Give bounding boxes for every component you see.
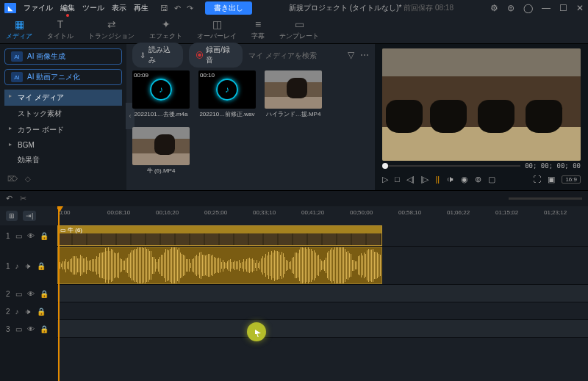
zoom-slider[interactable] [509,197,582,200]
tag-icon[interactable]: ⌦ [7,175,18,183]
media-thumb[interactable]: 00:56 牛 (6).MP4 [132,127,190,175]
lock-icon[interactable]: 🔒 [40,325,49,333]
video-track-3[interactable] [57,320,588,338]
playhead[interactable] [58,206,60,381]
sidebar-item-stock[interactable]: ストック素材 [4,106,122,122]
redo-icon[interactable]: ↷ [187,4,193,13]
mute-icon[interactable]: 🕩 [24,262,32,270]
video-track-2[interactable] [57,285,588,302]
ai-anime-button[interactable]: AIAI 動画アニメ化 [4,69,122,85]
media-panel: ‹ ⇩読み込み 録画/録音 ▽ ⋯ 00:09♪ 2022101…去後.m4a … [126,44,375,190]
scrub-bar[interactable] [382,165,520,167]
filter-icon[interactable]: ▽ [348,50,354,60]
volume-icon[interactable]: 🕩 [446,175,454,184]
fit-icon[interactable]: ⛶ [533,175,541,184]
time-ruler[interactable]: 0;0000;08;1000;16;2000;25;0000;33;1000;4… [57,206,588,225]
menu-file[interactable]: ファイル [24,3,53,13]
timeline-tracks[interactable]: 0;0000;08;1000;16;2000;25;0000;33;1000;4… [57,206,588,381]
compare-icon[interactable]: ▢ [488,175,495,184]
notify-icon[interactable]: ⊜ [507,3,514,13]
sidebar-item-mymedia[interactable]: マイ メディア [4,90,122,106]
timeline-toolbar: ↶ ✂ [0,190,588,206]
record-button[interactable]: 録画/録音 [189,43,243,68]
media-thumb[interactable]: 00:33 ハイランド…援.MP4 [265,70,322,118]
tool-tabs: ▦メディア Tタイトル ⇄トランジション ✦エフェクト ◫オーバーレイ ≡字幕 … [0,16,588,44]
overlay-icon: ◫ [212,18,222,30]
lock-icon[interactable]: 🔒 [37,262,46,270]
close-icon[interactable]: ✕ [576,3,584,13]
title-icon: T [57,18,64,30]
export-button[interactable]: 書き出し [205,1,252,15]
import-icon: ⇩ [140,51,146,59]
media-thumb[interactable]: 00:10♪ 202210…前修正.wav [198,70,256,118]
effect-icon: ✦ [162,18,171,30]
transition-icon: ⇄ [107,18,116,30]
aspect-button[interactable]: 16:9 [562,175,581,184]
more-icon[interactable]: ⋯ [360,50,369,60]
undo-icon[interactable]: ↶ [174,4,181,13]
stop-icon[interactable]: □ [395,175,400,184]
fit-timeline-button[interactable]: ⊞ [6,211,18,221]
media-thumb[interactable]: 00:09♪ 2022101…去後.m4a [132,70,190,118]
cut-icon[interactable]: ✂ [20,194,26,203]
video-clip[interactable]: ▭牛 (6) [57,225,382,246]
visible-icon[interactable]: 👁 [27,232,35,240]
mute-icon[interactable]: 🕩 [24,308,32,316]
sidebar-item-sfx[interactable]: 効果音 [4,152,122,168]
track-headers: ⊞ ⇥| 1▭👁🔒 1♪🕩🔒 2▭👁🔒 2♪🕩🔒 3▭👁🔒 [0,206,57,381]
video-track-icon: ▭ [15,232,22,240]
tab-title[interactable]: Tタイトル [47,18,74,41]
preview-screen[interactable] [382,48,581,161]
preview-panel: 00; 00; 00; 00 ▷ □ ◁| |▷ || 🕩 ◉ ⊚ ▢ ⛶ ▣ … [375,44,588,190]
titlebar: ◣ ファイル 編集 ツール 表示 再生 🖫 ↶ ↷ 書き出し 新規プロジェクト … [0,0,588,16]
snap-button[interactable]: ⇥| [23,211,36,221]
snapshot-icon[interactable]: ◉ [461,175,468,184]
pause-icon[interactable]: || [435,175,440,184]
tab-template[interactable]: ▭テンプレート [279,18,319,41]
visible-icon[interactable]: 👁 [27,325,35,333]
tab-transition[interactable]: ⇄トランジション [88,18,135,41]
audio-track-icon: ♪ [15,308,19,316]
audio-track-icon: ♪ [15,262,19,270]
record-icon [196,51,203,59]
account-icon[interactable]: ◯ [523,3,533,13]
next-icon[interactable]: |▷ [421,175,429,184]
clip-icon: ▭ [60,227,66,233]
audio-track-2[interactable] [57,302,588,320]
eraser-icon[interactable]: ◇ [25,175,31,183]
maximize-icon[interactable]: ☐ [559,3,567,13]
visible-icon[interactable]: 👁 [27,290,35,298]
tab-overlay[interactable]: ◫オーバーレイ [197,18,237,41]
settings-icon[interactable]: ⚙ [490,3,498,13]
search-input[interactable] [248,51,342,59]
prev-icon[interactable]: ◁| [406,175,415,184]
play-icon[interactable]: ▷ [382,175,388,184]
tab-subtitle[interactable]: ≡字幕 [251,18,265,41]
import-button[interactable]: ⇩読み込み [132,43,183,68]
tab-media[interactable]: ▦メディア [6,18,32,41]
sidebar-item-bgm[interactable]: BGM [4,138,122,152]
menu-edit[interactable]: 編集 [60,3,75,13]
audio-clip[interactable] [57,247,382,284]
audio-track-1[interactable] [57,247,588,285]
tab-effect[interactable]: ✦エフェクト [149,18,182,41]
menu-tool[interactable]: ツール [82,3,104,13]
lock-icon[interactable]: 🔒 [40,232,49,240]
video-track-1[interactable]: ▭牛 (6) [57,225,588,247]
sidebar-item-colorboard[interactable]: カラー ボード [4,122,122,138]
ai-image-button[interactable]: AIAI 画像生成 [4,48,122,65]
minimize-icon[interactable]: — [542,3,551,13]
sidebar: AIAI 画像生成 AIAI 動画アニメ化 マイ メディア ストック素材 カラー… [0,44,126,190]
cursor-indicator [247,322,266,341]
quality-icon[interactable]: ⊚ [475,175,481,184]
app-logo: ◣ [4,3,16,13]
app-menu: ファイル 編集 ツール 表示 再生 [24,3,148,13]
lock-icon[interactable]: 🔒 [37,308,46,316]
menu-play[interactable]: 再生 [134,3,148,13]
undo-tl-icon[interactable]: ↶ [6,194,12,203]
menu-view[interactable]: 表示 [112,3,126,13]
lock-icon[interactable]: 🔒 [40,290,49,298]
template-icon: ▭ [295,18,304,30]
detach-icon[interactable]: ▣ [548,175,555,184]
save-icon[interactable]: 🖫 [160,4,168,13]
